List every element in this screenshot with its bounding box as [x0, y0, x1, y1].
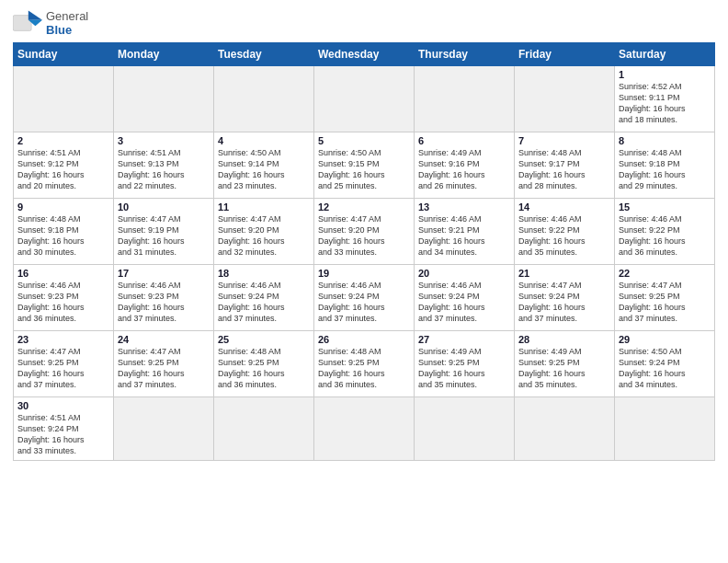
svg-marker-2 [28, 11, 42, 20]
day-info: Sunrise: 4:48 AM Sunset: 9:18 PM Dayligh… [619, 147, 711, 192]
col-header-monday: Monday [114, 43, 214, 66]
day-info: Sunrise: 4:46 AM Sunset: 9:23 PM Dayligh… [17, 280, 109, 325]
day-info: Sunrise: 4:50 AM Sunset: 9:24 PM Dayligh… [619, 346, 711, 391]
week-row-4: 16Sunrise: 4:46 AM Sunset: 9:23 PM Dayli… [14, 265, 715, 331]
day-cell [415, 397, 515, 461]
day-info: Sunrise: 4:47 AM Sunset: 9:20 PM Dayligh… [318, 213, 410, 259]
day-info: Sunrise: 4:52 AM Sunset: 9:11 PM Dayligh… [619, 81, 711, 126]
day-cell: 18Sunrise: 4:46 AM Sunset: 9:24 PM Dayli… [214, 265, 314, 331]
day-cell: 16Sunrise: 4:46 AM Sunset: 9:23 PM Dayli… [14, 265, 114, 331]
day-info: Sunrise: 4:46 AM Sunset: 9:22 PM Dayligh… [619, 213, 711, 259]
day-number: 8 [619, 135, 711, 146]
day-info: Sunrise: 4:46 AM Sunset: 9:21 PM Dayligh… [418, 213, 510, 259]
day-cell: 11Sunrise: 4:47 AM Sunset: 9:20 PM Dayli… [214, 199, 314, 265]
col-header-friday: Friday [515, 43, 615, 66]
day-number: 26 [318, 334, 410, 345]
day-number: 13 [418, 201, 510, 213]
day-number: 15 [619, 201, 711, 213]
day-info: Sunrise: 4:48 AM Sunset: 9:18 PM Dayligh… [17, 213, 109, 259]
day-cell: 30Sunrise: 4:51 AM Sunset: 9:24 PM Dayli… [14, 397, 114, 461]
day-cell: 19Sunrise: 4:46 AM Sunset: 9:24 PM Dayli… [314, 265, 415, 331]
day-cell [214, 397, 314, 461]
day-info: Sunrise: 4:47 AM Sunset: 9:24 PM Dayligh… [518, 280, 610, 325]
week-row-3: 9Sunrise: 4:48 AM Sunset: 9:18 PM Daylig… [14, 199, 715, 265]
day-cell: 21Sunrise: 4:47 AM Sunset: 9:24 PM Dayli… [515, 265, 615, 331]
day-number: 9 [17, 201, 109, 213]
day-info: Sunrise: 4:46 AM Sunset: 9:24 PM Dayligh… [218, 280, 310, 325]
day-number: 24 [118, 334, 210, 345]
day-number: 7 [518, 135, 610, 146]
day-cell: 10Sunrise: 4:47 AM Sunset: 9:19 PM Dayli… [114, 199, 214, 265]
day-info: Sunrise: 4:48 AM Sunset: 9:17 PM Dayligh… [518, 147, 610, 192]
day-cell: 5Sunrise: 4:50 AM Sunset: 9:15 PM Daylig… [314, 132, 415, 199]
day-cell: 12Sunrise: 4:47 AM Sunset: 9:20 PM Dayli… [314, 199, 415, 265]
day-cell: 13Sunrise: 4:46 AM Sunset: 9:21 PM Dayli… [415, 199, 515, 265]
day-cell: 22Sunrise: 4:47 AM Sunset: 9:25 PM Dayli… [615, 265, 715, 331]
day-cell: 7Sunrise: 4:48 AM Sunset: 9:17 PM Daylig… [515, 132, 615, 199]
day-cell: 27Sunrise: 4:49 AM Sunset: 9:25 PM Dayli… [415, 331, 515, 397]
week-row-2: 2Sunrise: 4:51 AM Sunset: 9:12 PM Daylig… [14, 132, 715, 199]
day-number: 3 [118, 135, 210, 146]
day-info: Sunrise: 4:49 AM Sunset: 9:25 PM Dayligh… [518, 346, 610, 391]
day-cell: 1Sunrise: 4:52 AM Sunset: 9:11 PM Daylig… [615, 66, 715, 132]
day-cell: 17Sunrise: 4:46 AM Sunset: 9:23 PM Dayli… [114, 265, 214, 331]
day-info: Sunrise: 4:49 AM Sunset: 9:25 PM Dayligh… [418, 346, 510, 391]
day-cell [114, 66, 214, 132]
day-number: 19 [318, 268, 410, 279]
day-number: 1 [619, 69, 711, 80]
col-header-thursday: Thursday [415, 43, 515, 66]
day-cell: 8Sunrise: 4:48 AM Sunset: 9:18 PM Daylig… [615, 132, 715, 199]
day-number: 5 [318, 135, 410, 146]
day-number: 6 [418, 135, 510, 146]
day-number: 16 [17, 268, 109, 279]
day-info: Sunrise: 4:48 AM Sunset: 9:25 PM Dayligh… [318, 346, 410, 391]
day-info: Sunrise: 4:50 AM Sunset: 9:14 PM Dayligh… [218, 147, 310, 192]
day-info: Sunrise: 4:47 AM Sunset: 9:20 PM Dayligh… [218, 213, 310, 259]
day-cell [314, 397, 415, 461]
header-row: SundayMondayTuesdayWednesdayThursdayFrid… [14, 43, 715, 66]
day-cell: 20Sunrise: 4:46 AM Sunset: 9:24 PM Dayli… [415, 265, 515, 331]
day-info: Sunrise: 4:47 AM Sunset: 9:19 PM Dayligh… [118, 213, 210, 259]
day-cell: 24Sunrise: 4:47 AM Sunset: 9:25 PM Dayli… [114, 331, 214, 397]
day-number: 12 [318, 201, 410, 213]
day-cell [515, 397, 615, 461]
day-cell [515, 66, 615, 132]
day-info: Sunrise: 4:46 AM Sunset: 9:22 PM Dayligh… [518, 213, 610, 259]
col-header-wednesday: Wednesday [314, 43, 415, 66]
day-info: Sunrise: 4:47 AM Sunset: 9:25 PM Dayligh… [118, 346, 210, 391]
day-cell [314, 66, 415, 132]
day-number: 2 [17, 135, 109, 146]
day-number: 14 [518, 201, 610, 213]
day-cell: 26Sunrise: 4:48 AM Sunset: 9:25 PM Dayli… [314, 331, 415, 397]
day-cell: 4Sunrise: 4:50 AM Sunset: 9:14 PM Daylig… [214, 132, 314, 199]
day-number: 10 [118, 201, 210, 213]
day-cell: 29Sunrise: 4:50 AM Sunset: 9:24 PM Dayli… [615, 331, 715, 397]
day-number: 23 [17, 334, 109, 345]
day-cell: 6Sunrise: 4:49 AM Sunset: 9:16 PM Daylig… [415, 132, 515, 199]
day-info: Sunrise: 4:49 AM Sunset: 9:16 PM Dayligh… [418, 147, 510, 192]
day-cell: 14Sunrise: 4:46 AM Sunset: 9:22 PM Dayli… [515, 199, 615, 265]
header: General Blue [13, 9, 715, 37]
day-info: Sunrise: 4:51 AM Sunset: 9:13 PM Dayligh… [118, 147, 210, 192]
day-cell [615, 397, 715, 461]
day-cell: 9Sunrise: 4:48 AM Sunset: 9:18 PM Daylig… [14, 199, 114, 265]
day-number: 21 [518, 268, 610, 279]
day-info: Sunrise: 4:51 AM Sunset: 9:24 PM Dayligh… [17, 412, 109, 457]
logo: General Blue [13, 9, 88, 37]
day-number: 29 [619, 334, 711, 345]
day-cell: 15Sunrise: 4:46 AM Sunset: 9:22 PM Dayli… [615, 199, 715, 265]
day-info: Sunrise: 4:50 AM Sunset: 9:15 PM Dayligh… [318, 147, 410, 192]
col-header-tuesday: Tuesday [214, 43, 314, 66]
day-number: 27 [418, 334, 510, 345]
day-cell [415, 66, 515, 132]
day-info: Sunrise: 4:47 AM Sunset: 9:25 PM Dayligh… [619, 280, 711, 325]
col-header-saturday: Saturday [615, 43, 715, 66]
calendar-table: SundayMondayTuesdayWednesdayThursdayFrid… [13, 42, 715, 461]
day-info: Sunrise: 4:51 AM Sunset: 9:12 PM Dayligh… [17, 147, 109, 192]
day-cell: 3Sunrise: 4:51 AM Sunset: 9:13 PM Daylig… [114, 132, 214, 199]
day-cell [114, 397, 214, 461]
day-info: Sunrise: 4:46 AM Sunset: 9:24 PM Dayligh… [418, 280, 510, 325]
col-header-sunday: Sunday [14, 43, 114, 66]
generalblue-logo-icon [13, 10, 42, 36]
day-cell: 25Sunrise: 4:48 AM Sunset: 9:25 PM Dayli… [214, 331, 314, 397]
